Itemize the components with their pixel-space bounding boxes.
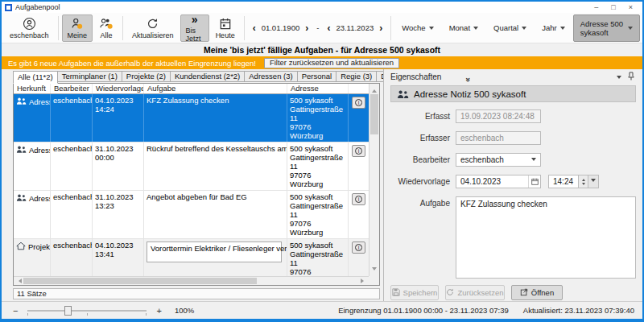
tab[interactable]: Alle (11*2)	[13, 71, 58, 84]
column-header[interactable]: Wiedervorlage	[93, 84, 144, 93]
chevron-down-icon	[591, 179, 596, 184]
table-row[interactable]: Adressen eschenbach 04.10.2023 14:24 KFZ…	[14, 94, 369, 142]
tab[interactable]: Terminplaner (1)	[57, 71, 122, 82]
alle-button[interactable]: Alle	[93, 14, 119, 42]
oeffnen-button[interactable]: Öffnen	[511, 285, 563, 300]
scroll-left-icon[interactable]	[16, 279, 22, 283]
vertical-scroll-thumb[interactable]	[370, 94, 378, 134]
status-bar: − + 100% Eingrenzung 01.01.1900 00:00 - …	[2, 301, 642, 319]
scroll-down-icon[interactable]	[372, 267, 377, 273]
table-row[interactable]: Adressen eschenbach 31.10.2023 00:00 Rüc…	[14, 142, 369, 191]
row-info-button[interactable]: i	[352, 193, 365, 205]
row-aufgabe: Vororttermin Elektriker / Fliesenleger v…	[147, 242, 282, 262]
task-table: Herkunft Bearbeiter Wiedervorlage Aufgab…	[13, 83, 380, 286]
woche-button[interactable]: Woche	[394, 14, 440, 42]
pin-icon[interactable]	[628, 72, 634, 82]
user-button[interactable]: eschenbach	[4, 14, 55, 42]
aufgabe-textarea[interactable]	[456, 196, 636, 279]
spin-down-icon	[582, 183, 585, 187]
chevron-down-icon	[522, 27, 526, 32]
tab[interactable]: Regie (3)	[336, 71, 377, 82]
bearbeiter-label: Bearbeiter	[390, 155, 450, 164]
zoom-in-button[interactable]: +	[153, 303, 164, 319]
calendar-picker-icon[interactable]	[528, 175, 540, 188]
adresse-filter-button[interactable]: Adresse 500 sykasoft	[573, 14, 640, 42]
heute-button[interactable]: Heute	[210, 14, 241, 42]
date-from-value[interactable]: 01.01.1900	[262, 23, 300, 32]
row-herkunft: Adressen	[29, 97, 51, 106]
zoom-slider[interactable]	[27, 310, 147, 312]
horizontal-scrollbar[interactable]	[14, 276, 369, 285]
date-from-next-button[interactable]: ›	[300, 14, 313, 42]
column-header[interactable]: Adresse	[287, 84, 349, 93]
vertical-scrollbar[interactable]	[369, 84, 379, 276]
zuruecksetzen-button[interactable]: Zurücksetzen	[445, 285, 505, 300]
properties-title: Eigenschaften	[390, 72, 441, 81]
chevron-down-icon	[628, 27, 633, 32]
row-type-icon	[16, 97, 27, 105]
open-icon	[520, 288, 528, 298]
erfasser-label: Erfasser	[390, 134, 450, 142]
monat-button[interactable]: Monat	[442, 14, 485, 42]
wiedervorlage-date-input[interactable]: 04.10.2023	[456, 175, 541, 188]
tab[interactable]: Adressen (3)	[244, 71, 297, 82]
tab[interactable]: Personal	[297, 71, 337, 82]
quartal-button[interactable]: Quartal	[486, 14, 534, 42]
bearbeiter-select[interactable]: eschenbach	[456, 153, 541, 167]
table-row[interactable]: Adressen eschenbach 31.10.2023 13:23 Ang…	[14, 191, 369, 239]
date-to-value[interactable]: 23.11.2023	[336, 23, 374, 32]
tab[interactable]: Kundendienst (2*2)	[170, 71, 245, 82]
date-to-prev-button[interactable]: ‹	[322, 14, 335, 42]
maximize-button[interactable]: □	[611, 2, 615, 12]
refresh-button[interactable]: Aktualisieren	[126, 14, 180, 42]
speichern-button[interactable]: Speichern	[390, 285, 439, 300]
table-header: Herkunft Bearbeiter Wiedervorlage Aufgab…	[14, 84, 369, 94]
date-range-separator: -	[314, 23, 321, 32]
date-to-next-button[interactable]: ›	[374, 14, 387, 42]
scrollbar-corner	[369, 276, 379, 285]
row-type-icon	[16, 145, 27, 154]
close-button[interactable]: ×	[629, 2, 633, 12]
tabs-autohide-icon[interactable]: »	[464, 77, 472, 82]
column-header[interactable]: Aufgabe	[144, 84, 287, 93]
notice-text: Es gibt 6 neue Aufgaben die außerhalb de…	[8, 59, 256, 68]
scroll-up-icon[interactable]	[372, 87, 377, 93]
row-aufgabe: KFZ Zulassung checken	[147, 96, 284, 105]
row-bearbeiter: eschenbach	[51, 142, 93, 190]
row-aufgabe: Rückruf betreffend des Kesseltauschs am …	[147, 144, 284, 153]
reset-icon	[446, 288, 454, 298]
window-title: Aufgabenpool	[15, 3, 60, 11]
properties-panel: Eigenschaften Adresse Notiz 500 sykasoft…	[383, 69, 642, 301]
tab[interactable]: Projekte (2)	[122, 71, 171, 82]
row-info-button[interactable]: i	[352, 145, 365, 157]
wiedervorlage-time-input[interactable]: 14:24	[548, 175, 579, 188]
jahr-button[interactable]: Jahr	[535, 14, 572, 42]
refresh-icon	[147, 17, 159, 31]
bis-jetzt-button[interactable]: » Bis Jetzt	[180, 14, 209, 42]
time-spinner[interactable]	[579, 175, 588, 188]
zoom-out-button[interactable]: −	[10, 303, 21, 319]
meine-button[interactable]: Meine	[62, 14, 93, 42]
time-dropdown-button[interactable]	[588, 175, 599, 188]
row-info-button[interactable]: i	[352, 97, 365, 109]
notice-bar: Es gibt 6 neue Aufgaben die außerhalb de…	[2, 56, 642, 69]
table-row[interactable]: Projekte eschenbach 04.10.2023 13:41 Vor…	[14, 239, 369, 276]
minimize-button[interactable]: –	[594, 2, 598, 12]
row-count: 11 Sätze	[13, 288, 380, 299]
column-header[interactable]: Herkunft	[14, 84, 51, 93]
row-aufgabe: Angebot abgeben für Bad EG	[147, 192, 284, 201]
date-from-prev-button[interactable]: ‹	[248, 14, 261, 42]
horizontal-scroll-thumb[interactable]	[23, 278, 257, 284]
properties-header: Eigenschaften	[390, 72, 636, 82]
aufgabe-label: Aufgabe	[390, 199, 450, 208]
column-header[interactable]: Bearbeiter	[51, 84, 93, 93]
panel-collapse-icon[interactable]	[617, 76, 621, 81]
toolbar-separator	[122, 16, 123, 40]
info-icon: i	[355, 196, 362, 203]
row-wiedervorlage: 04.10.2023 13:41	[93, 239, 144, 276]
scroll-right-icon[interactable]	[361, 279, 366, 283]
person-alert-icon	[70, 17, 84, 31]
row-info-button[interactable]: i	[352, 242, 365, 254]
filter-reset-button[interactable]: Filter zurücksetzen und aktualisieren	[264, 58, 399, 68]
zoom-slider-thumb[interactable]	[64, 306, 72, 316]
